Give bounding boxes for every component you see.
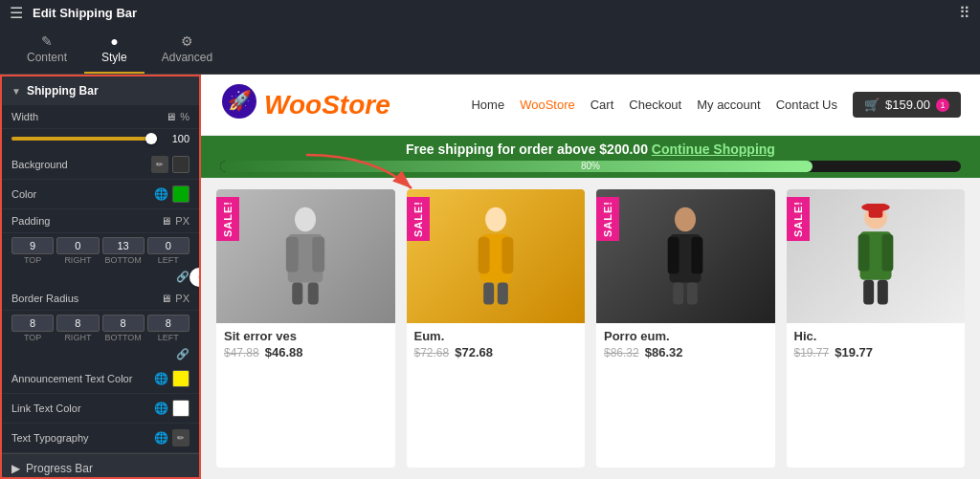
product-prices-4: $19.77 $19.77: [794, 345, 958, 359]
width-slider-track[interactable]: [11, 137, 157, 141]
globe-icon-4: 🌐: [154, 431, 168, 445]
nav-woostore[interactable]: WooStore: [520, 98, 575, 112]
product-info-1: Sit error ves $47.88 $46.88: [216, 323, 395, 365]
width-slider-fill: [11, 137, 157, 141]
product-img-3: [596, 189, 775, 323]
tab-content[interactable]: ✎ Content: [10, 26, 84, 74]
border-radius-unit: PX: [175, 293, 189, 304]
svg-rect-12: [501, 237, 513, 274]
advanced-icon: ⚙: [181, 33, 193, 49]
border-radius-inputs: 8 TOP 8 RIGHT 8 BOTTOM 8 LEFT: [2, 311, 199, 346]
width-slider-thumb[interactable]: [145, 133, 157, 144]
product-new-price-4: $19.77: [835, 345, 873, 359]
tab-style[interactable]: ● Style: [84, 26, 145, 74]
br-right-label: RIGHT: [64, 333, 91, 342]
product-old-price-1: $47.88: [224, 346, 259, 359]
br-top-input[interactable]: 8: [11, 315, 54, 332]
svg-rect-6: [313, 237, 325, 272]
product-new-price-1: $46.88: [265, 345, 303, 359]
svg-rect-23: [868, 207, 882, 218]
svg-rect-5: [286, 237, 299, 272]
width-label: Width: [11, 111, 38, 122]
product-old-price-4: $19.77: [794, 346, 830, 359]
br-bottom-label: BOTTOM: [104, 333, 141, 342]
nav-cart[interactable]: Cart: [590, 98, 614, 112]
background-label: Background: [11, 159, 68, 170]
text-typography-row: Text Typography 🌐 ✏: [2, 424, 199, 453]
svg-rect-26: [881, 234, 893, 272]
progress-bar-section[interactable]: ▶ Progress Bar: [2, 453, 199, 479]
padding-inputs: 9 TOP 0 RIGHT 13 BOTTOM 0 LEFT: [2, 233, 199, 269]
br-top-label: TOP: [24, 333, 41, 342]
product-img-2: [407, 189, 586, 323]
announcement-color-swatch[interactable]: [172, 370, 189, 387]
br-left-cell: 8 LEFT: [147, 315, 189, 342]
grid-icon[interactable]: ⠿: [959, 4, 970, 22]
width-value: 100: [163, 133, 189, 144]
typography-edit-icon[interactable]: ✏: [172, 429, 189, 446]
svg-rect-19: [673, 283, 683, 305]
panel-title: Edit Shipping Bar: [33, 6, 137, 20]
background-brush-icon[interactable]: ✏: [151, 156, 168, 173]
svg-point-9: [485, 207, 506, 232]
svg-point-15: [675, 207, 696, 232]
svg-rect-20: [687, 283, 698, 305]
br-top-cell: 8 TOP: [11, 315, 54, 342]
product-name-3: Porro eum.: [604, 329, 768, 343]
svg-text:🚀: 🚀: [228, 89, 252, 112]
main-layout: ▼ Shipping Bar Width 🖥 % 100 Background …: [0, 75, 980, 479]
padding-top-label: TOP: [24, 255, 41, 265]
tab-advanced[interactable]: ⚙ Advanced: [145, 26, 230, 74]
monitor-icon-3: 🖥: [161, 293, 171, 304]
background-color-icon[interactable]: [172, 156, 189, 173]
sale-badge-1: SALE!: [216, 197, 239, 241]
padding-bottom-input[interactable]: 13: [102, 237, 145, 254]
product-card-4: SALE! Hic. $19.77 $19.77: [787, 189, 966, 468]
link-color-swatch[interactable]: [172, 400, 189, 417]
background-row: Background ✏: [2, 150, 199, 180]
shipping-link-text[interactable]: Continue Shopping: [652, 142, 775, 157]
color-swatch[interactable]: [172, 185, 189, 203]
color-row: Color 🌐: [2, 180, 199, 209]
nav-myaccount[interactable]: My account: [697, 98, 760, 112]
br-right-cell: 8 RIGHT: [56, 315, 99, 342]
shipping-bar-section-header[interactable]: ▼ Shipping Bar: [2, 76, 199, 105]
product-card-1: SALE! Sit error ves $47.88 $46.88: [216, 189, 395, 468]
padding-link-icon[interactable]: 🔗: [176, 271, 189, 283]
svg-rect-17: [668, 237, 679, 274]
product-prices-3: $86.32 $86.32: [604, 345, 768, 359]
br-left-input[interactable]: 8: [147, 315, 189, 332]
cart-button[interactable]: 🛒 $159.00 1: [853, 92, 961, 118]
progress-bar-chevron: ▶: [11, 462, 20, 475]
product-name-2: Eum.: [414, 329, 578, 343]
br-right-input[interactable]: 8: [56, 315, 99, 332]
svg-rect-7: [293, 283, 303, 305]
product-info-2: Eum. $72.68 $72.68: [407, 323, 586, 365]
product-name-1: Sit error ves: [224, 329, 388, 343]
svg-rect-13: [483, 283, 494, 305]
header-nav: Home WooStore Cart Checkout My account C…: [471, 98, 837, 112]
product-card-2: SALE! Eum. $72.68 $72.68: [407, 189, 586, 468]
width-row: Width 🖥 %: [2, 105, 199, 129]
menu-icon[interactable]: ☰: [10, 4, 23, 22]
link-text-color-row: Link Text Color 🌐: [2, 394, 199, 424]
products-grid: SALE! Sit error ves $47.88 $46.88: [201, 178, 980, 479]
padding-right-input[interactable]: 0: [56, 237, 99, 254]
nav-home[interactable]: Home: [471, 98, 504, 112]
padding-left-input[interactable]: 0: [147, 237, 189, 254]
nav-checkout[interactable]: Checkout: [629, 98, 681, 112]
svg-point-3: [295, 207, 316, 232]
globe-icon-3: 🌐: [154, 402, 168, 415]
svg-rect-14: [498, 283, 508, 305]
svg-rect-11: [478, 237, 489, 274]
content-icon: ✎: [41, 33, 53, 49]
br-bottom-input[interactable]: 8: [102, 315, 145, 332]
nav-contactus[interactable]: Contact Us: [776, 98, 837, 112]
width-unit: %: [180, 111, 189, 122]
style-icon: ●: [110, 33, 118, 49]
shipping-progress-label: 80%: [581, 161, 600, 172]
padding-top-input[interactable]: 9: [11, 237, 54, 254]
br-link-icon[interactable]: 🔗: [176, 348, 189, 360]
text-typography-label: Text Typography: [11, 432, 89, 444]
logo-text: WooStore: [264, 90, 390, 120]
